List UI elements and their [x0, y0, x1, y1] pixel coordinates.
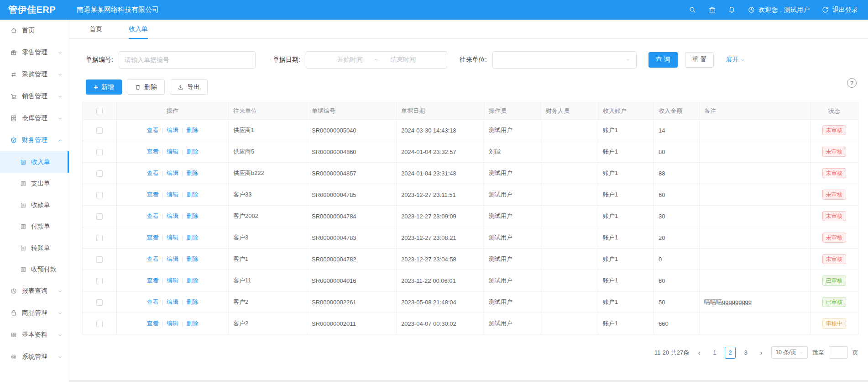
- next-page-button[interactable]: ›: [756, 347, 767, 359]
- edit-link[interactable]: 编辑: [167, 191, 178, 198]
- tab-home[interactable]: 首页: [89, 20, 102, 39]
- delete-link[interactable]: 删除: [186, 212, 198, 219]
- delete-button[interactable]: 删除: [127, 80, 165, 95]
- view-link[interactable]: 查看: [147, 234, 159, 241]
- delete-link[interactable]: 删除: [186, 234, 198, 241]
- table-row: 查看|编辑|删除 供应商b222 SR00000004857 2024-01-0…: [83, 163, 858, 184]
- edit-link[interactable]: 编辑: [167, 148, 178, 155]
- row-checkbox[interactable]: [96, 127, 103, 134]
- bank-icon[interactable]: [708, 6, 716, 14]
- edit-link[interactable]: 编辑: [167, 298, 178, 305]
- delete-link[interactable]: 删除: [186, 148, 198, 155]
- sidebar-item-purchase[interactable]: 采购管理: [0, 64, 69, 85]
- sidebar-item-retail[interactable]: 零售管理: [0, 42, 69, 64]
- sidebar-subitem-payment[interactable]: 付款单: [0, 216, 69, 237]
- page-size-select[interactable]: 10 条/页: [771, 346, 808, 359]
- help-button[interactable]: ?: [847, 78, 857, 88]
- date-range-picker[interactable]: 开始时间 ~ 结束时间: [306, 51, 447, 69]
- sidebar-subitem-receipt[interactable]: 收款单: [0, 194, 69, 216]
- welcome-user[interactable]: 欢迎您，测试用户: [748, 6, 810, 14]
- sidebar-item-sales[interactable]: 销售管理: [0, 85, 69, 107]
- row-checkbox[interactable]: [96, 299, 103, 306]
- page-button-2[interactable]: 2: [725, 347, 736, 359]
- bell-icon[interactable]: [728, 6, 736, 14]
- logout-button[interactable]: 退出登录: [821, 6, 858, 14]
- bill-no-label: 单据编号:: [86, 56, 113, 64]
- view-link[interactable]: 查看: [147, 170, 159, 176]
- view-link[interactable]: 查看: [147, 255, 159, 262]
- row-checkbox[interactable]: [96, 213, 103, 220]
- view-link[interactable]: 查看: [147, 148, 159, 155]
- delete-link[interactable]: 删除: [186, 320, 198, 327]
- view-link[interactable]: 查看: [147, 277, 159, 284]
- export-button[interactable]: 导出: [170, 80, 208, 95]
- edit-link[interactable]: 编辑: [167, 212, 178, 219]
- action-separator: |: [182, 191, 183, 198]
- view-link[interactable]: 查看: [147, 298, 159, 305]
- prev-page-button[interactable]: ‹: [694, 347, 705, 359]
- row-checkbox[interactable]: [96, 192, 103, 198]
- chevron-down-icon: [58, 50, 63, 55]
- delete-link[interactable]: 删除: [186, 255, 198, 262]
- date-end-placeholder: 结束时间: [390, 56, 416, 64]
- view-link[interactable]: 查看: [147, 127, 159, 133]
- search-button[interactable]: 查 询: [648, 52, 678, 68]
- horizontal-scrollbar[interactable]: [69, 380, 868, 382]
- sidebar-item-basedata[interactable]: 基本资料: [0, 324, 69, 346]
- delete-link[interactable]: 删除: [186, 170, 198, 176]
- edit-link[interactable]: 编辑: [167, 170, 178, 176]
- jump-page-input[interactable]: [829, 346, 848, 359]
- edit-link[interactable]: 编辑: [167, 277, 178, 284]
- delete-link[interactable]: 删除: [186, 298, 198, 305]
- action-separator: |: [162, 320, 163, 327]
- bill-no-input[interactable]: [119, 51, 256, 69]
- bill-date-label: 单据日期:: [273, 56, 300, 64]
- tab-income[interactable]: 收入单: [129, 20, 148, 39]
- operator-cell: 测试用户: [484, 184, 541, 206]
- edit-link[interactable]: 编辑: [167, 320, 178, 327]
- search-icon[interactable]: [689, 6, 696, 14]
- sidebar-item-finance[interactable]: 财务管理: [0, 129, 69, 151]
- view-link[interactable]: 查看: [147, 212, 159, 219]
- sidebar-item-warehouse[interactable]: 仓库管理: [0, 107, 69, 129]
- logout-text: 退出登录: [832, 6, 858, 14]
- operator-cell: 测试用户: [484, 292, 541, 313]
- toolbar: + 新增 删除 导出: [86, 80, 868, 95]
- sidebar-item-system[interactable]: 系统管理: [0, 346, 69, 368]
- edit-link[interactable]: 编辑: [167, 127, 178, 133]
- row-checkbox[interactable]: [96, 149, 103, 155]
- sidebar-subitem-transfer[interactable]: 转账单: [0, 237, 69, 259]
- row-checkbox[interactable]: [96, 256, 103, 263]
- page-button-1[interactable]: 1: [709, 347, 720, 359]
- reset-button[interactable]: 重 置: [685, 52, 714, 68]
- row-checkbox[interactable]: [96, 170, 103, 177]
- sidebar-subitem-income[interactable]: 收入单: [0, 151, 69, 173]
- sidebar-item-goods[interactable]: 商品管理: [0, 302, 69, 324]
- select-all-checkbox[interactable]: [96, 108, 103, 114]
- sidebar-item-label: 报表查询: [22, 287, 47, 295]
- delete-link[interactable]: 删除: [186, 277, 198, 284]
- bill-no-cell: SR00000004857: [307, 163, 397, 184]
- expand-link[interactable]: 展开: [726, 56, 745, 64]
- row-checkbox[interactable]: [96, 278, 103, 284]
- delete-link[interactable]: 删除: [186, 191, 198, 198]
- sidebar-item-label: 商品管理: [22, 309, 47, 317]
- delete-link[interactable]: 删除: [186, 127, 198, 133]
- sidebar-subitem-expense[interactable]: 支出单: [0, 173, 69, 194]
- sidebar-subitem-prepaid[interactable]: 收预付款: [0, 259, 69, 280]
- table-row: 查看|编辑|删除 客户11 SR00000004016 2023-11-22 0…: [83, 270, 858, 292]
- row-checkbox[interactable]: [96, 235, 103, 241]
- sidebar-item-home[interactable]: 首页: [0, 20, 69, 42]
- sidebar-item-reports[interactable]: 报表查询: [0, 280, 69, 302]
- add-button[interactable]: + 新增: [86, 80, 122, 95]
- chevron-down-icon: [58, 333, 63, 338]
- partner-select[interactable]: [492, 51, 637, 69]
- amount-cell: 80: [654, 141, 700, 163]
- view-link[interactable]: 查看: [147, 320, 159, 327]
- shield-icon: [10, 137, 17, 144]
- row-checkbox[interactable]: [96, 321, 103, 327]
- edit-link[interactable]: 编辑: [167, 234, 178, 241]
- page-button-3[interactable]: 3: [740, 347, 751, 359]
- edit-link[interactable]: 编辑: [167, 255, 178, 262]
- view-link[interactable]: 查看: [147, 191, 159, 198]
